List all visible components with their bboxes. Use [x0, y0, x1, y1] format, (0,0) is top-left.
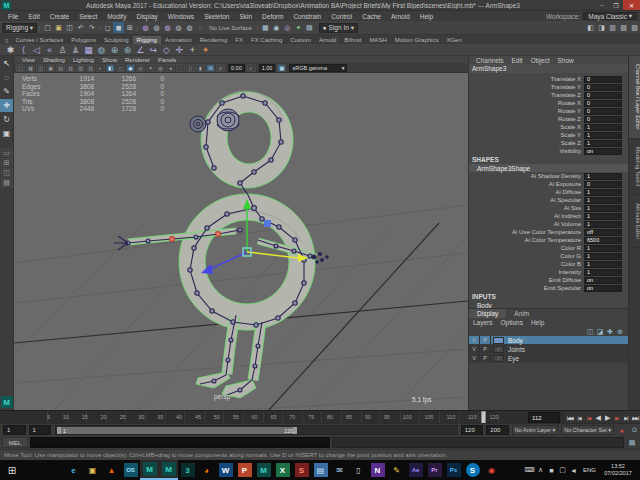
humanik-control-icon[interactable]: ♟ [69, 44, 82, 56]
blender-icon[interactable]: ◕ [197, 460, 216, 480]
command-input[interactable] [30, 437, 330, 448]
channel-box-menu-item[interactable]: Object [527, 57, 554, 64]
attribute-value-field[interactable]: 1 [584, 245, 622, 252]
layer-row[interactable]: V P Body [469, 336, 628, 345]
snap-grid-icon[interactable]: ◍ [140, 22, 151, 33]
attribute-label[interactable]: Translate Z [469, 92, 584, 98]
menu-item[interactable]: Deform [257, 13, 288, 20]
panel-menu-item[interactable]: Lighting [69, 57, 98, 63]
layer-color-swatch[interactable] [493, 337, 504, 344]
attribute-label[interactable]: Color G [469, 253, 584, 259]
ipr-render-icon[interactable]: ◉ [271, 22, 282, 33]
attribute-value-field[interactable]: 1 [584, 261, 622, 268]
time-slider[interactable]: 5101520253035404550556065707580859095100… [0, 410, 640, 423]
attribute-label[interactable]: Ai Use Color Temperature [469, 229, 584, 235]
step-forward-frame-button[interactable]: ▶| [621, 415, 630, 421]
menu-item[interactable]: Cache [357, 13, 386, 20]
contrast-icon[interactable]: ◐ [247, 64, 256, 72]
layer-name[interactable]: Eye [506, 355, 519, 362]
layer-name[interactable]: Body [506, 337, 523, 344]
range-groove[interactable]: 1 120 [55, 425, 458, 435]
panel-toolbar-icon[interactable]: ◧ [106, 64, 115, 72]
anim-layer-dropdown[interactable]: No Anim Layer ▾ [512, 425, 558, 435]
snap-curve-icon[interactable]: ◍ [151, 22, 162, 33]
attribute-label[interactable]: Ai Sss [469, 205, 584, 211]
attribute-value-field[interactable]: on [584, 148, 622, 155]
chrome-icon[interactable]: ◉ [482, 460, 501, 480]
panel-toolbar-icon[interactable]: ◌ [176, 64, 185, 72]
anim-preferences-icon[interactable]: ⊙ [629, 425, 640, 436]
copy-weights-icon[interactable]: ◇ [160, 44, 173, 56]
menu-item[interactable]: Select [74, 13, 102, 20]
attribute-value-field[interactable]: 1 [584, 173, 622, 180]
attribute-value-field[interactable]: 1 [584, 189, 622, 196]
channel-box-menu-item[interactable]: Show [553, 57, 577, 64]
save-scene-icon[interactable]: ◫ [64, 22, 75, 33]
snap-view-plane-icon[interactable]: ◍ [184, 22, 195, 33]
attribute-value-field[interactable]: 0 [584, 84, 622, 91]
shelf-tab[interactable]: XGen [442, 36, 465, 44]
new-scene-icon[interactable]: ▢ [42, 22, 53, 33]
layer-row[interactable]: V P / Joints [469, 345, 628, 354]
maya-icon-2[interactable]: M [159, 460, 178, 480]
language-indicator[interactable]: ENG [579, 467, 600, 473]
file-explorer-icon[interactable]: ▣ [83, 460, 102, 480]
channel-box-menu-item[interactable]: Edit [507, 57, 526, 64]
colorspace-dropdown[interactable]: sRGB gamma▾ [289, 64, 347, 72]
layer-color-swatch[interactable]: / [493, 355, 504, 362]
panel-toolbar-icon[interactable]: ▢ [16, 64, 25, 72]
create-joint-icon[interactable]: ✱ [4, 44, 17, 56]
rotate-tool[interactable]: ↻ [0, 113, 13, 126]
menu-item[interactable]: Constrain [288, 13, 326, 20]
menu-item[interactable]: Skin [234, 13, 257, 20]
open-scene-icon[interactable]: ▣ [53, 22, 64, 33]
panel-menu-item[interactable]: Show [98, 57, 121, 63]
shelf-tab[interactable]: Motion Graphics [391, 36, 443, 44]
show-modeling-toolkit-icon[interactable]: ◧ [585, 22, 596, 33]
layer-menu-item[interactable]: Options [497, 319, 527, 326]
interactive-bind-icon[interactable]: ⊛ [121, 44, 134, 56]
tray-app-icon[interactable]: ■ [546, 463, 557, 477]
insert-joint-icon[interactable]: « [43, 44, 56, 56]
layer-playback-toggle[interactable]: P [480, 345, 491, 353]
attribute-value-field[interactable]: 1 [584, 124, 622, 131]
attribute-value-field[interactable]: 0 [584, 100, 622, 107]
layer-empty-icon[interactable]: ◫ [585, 327, 595, 336]
undo-icon[interactable]: ↶ [75, 22, 86, 33]
menuset-dropdown[interactable]: Rigging ▾ [2, 23, 37, 33]
maximize-button[interactable]: ❐ [609, 0, 623, 10]
layer-playback-toggle[interactable]: P [480, 336, 491, 344]
panel-toolbar-icon[interactable]: ▯ [186, 64, 195, 72]
openshot-icon[interactable]: OS [121, 460, 140, 480]
menu-item[interactable]: Modify [102, 13, 131, 20]
select-component-icon[interactable]: ⊞ [124, 22, 135, 33]
lattice-icon[interactable]: ▦ [82, 44, 95, 56]
attribute-value-field[interactable]: 0 [584, 116, 622, 123]
touch-keyboard-icon[interactable]: ⌨ [524, 463, 535, 477]
render-settings-icon[interactable]: ◎ [282, 22, 293, 33]
playback-range-bar[interactable]: 1 120 [57, 427, 297, 434]
scale-tool[interactable]: ▣ [0, 127, 13, 140]
notes-icon[interactable]: ▤ [311, 460, 330, 480]
attribute-value-field[interactable]: 1 [584, 132, 622, 139]
menu-item[interactable]: Skeleton [199, 13, 234, 20]
layer-visibility-toggle[interactable]: V [469, 336, 480, 344]
layer-add-icon[interactable]: ✚ [605, 327, 615, 336]
panel-toolbar-icon[interactable]: ◎ [136, 64, 145, 72]
attribute-value-field[interactable]: 1 [584, 140, 622, 147]
panel-menu-item[interactable]: View [18, 57, 39, 63]
show-tool-settings-icon[interactable]: ▥ [607, 22, 618, 33]
mail-icon[interactable]: ✉ [330, 460, 349, 480]
attribute-label[interactable]: Ai Volume [469, 221, 584, 227]
geodesic-voxel-icon[interactable]: ⊕ [108, 44, 121, 56]
panel-toolbar-icon[interactable]: ▣ [46, 64, 55, 72]
sidebar-vertical-tab[interactable]: Modeling Toolkit [629, 139, 640, 195]
attribute-label[interactable]: Ai Specular [469, 197, 584, 203]
shelf-tab[interactable]: Custom [286, 36, 315, 44]
layer-row[interactable]: V P / Eye [469, 354, 628, 363]
play-forwards-button[interactable]: ▶ [603, 414, 612, 422]
clock[interactable]: 13:52 07/02/2017 [600, 463, 640, 477]
panel-toolbar-icon[interactable]: ▥ [66, 64, 75, 72]
attribute-value-field[interactable]: 0 [584, 181, 622, 188]
layer-from-selected-icon[interactable]: ◪ [595, 327, 605, 336]
